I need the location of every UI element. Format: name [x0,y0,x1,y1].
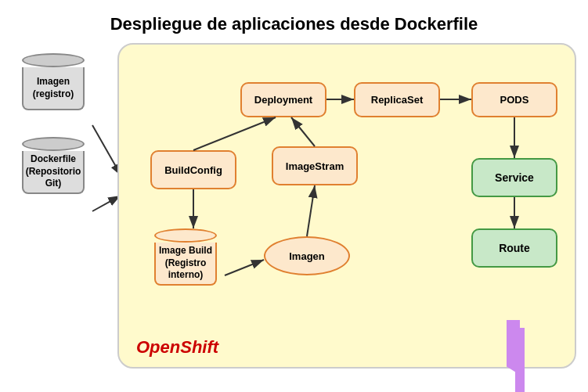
imagen-oval: Imagen [264,236,350,275]
svg-line-8 [291,117,315,146]
ext-imagen-cylinder: Imagen (registro) [14,53,92,110]
pods-box: PODS [471,82,557,117]
openshift-container: OpenShift Deployment ReplicaSet PODS Bui… [117,43,576,369]
page-title: Despliegue de aplicaciones desde Dockerf… [0,0,588,42]
svg-line-5 [193,117,276,150]
route-box: Route [471,228,557,268]
replicaset-box: ReplicaSet [354,82,440,117]
ext-dockerfile-label-3: Git) [45,178,62,189]
ext-dockerfile-label-1: Dockerfile [31,153,76,164]
image-build-label-1: Image Build [159,245,212,256]
buildconfig-box: BuildConfig [150,150,236,189]
ext-dockerfile-cylinder: Dockerfile (Repositorio Git) [14,137,92,194]
service-box: Service [471,158,557,197]
imagestram-box: ImageStram [272,146,358,185]
svg-line-10 [225,260,264,275]
ext-imagen-label-2: (registro) [33,88,74,99]
image-build-label-3: interno) [168,269,204,280]
deployment-box: Deployment [240,82,326,117]
ext-imagen-label-1: Imagen [37,76,70,87]
purple-arrow [507,320,534,392]
image-build-cylinder: Image Build (Registro interno) [146,228,225,286]
ext-dockerfile-label-2: (Repositorio [26,166,81,177]
image-build-label-2: (Registro [165,257,207,268]
openshift-label: OpenShift [136,337,218,358]
svg-line-1 [92,196,121,211]
svg-line-11 [307,185,315,236]
